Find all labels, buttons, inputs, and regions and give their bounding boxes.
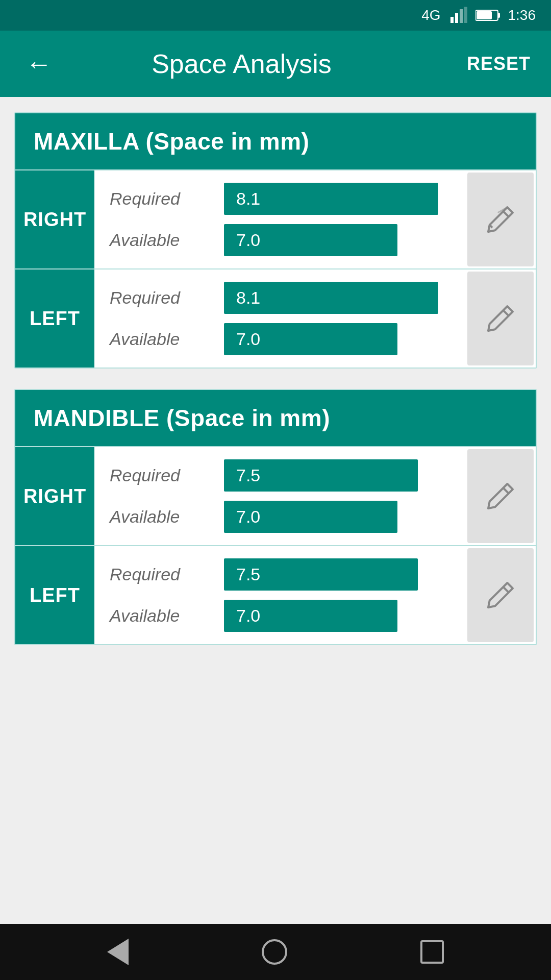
mandible-right-label: RIGHT — [15, 447, 94, 545]
mandible-header: MANDIBLE (Space in mm) — [15, 390, 536, 446]
mandible-left-available-line: Available 7.0 — [110, 600, 450, 632]
nav-recents-button[interactable] — [412, 932, 452, 972]
maxilla-right-required-value: 8.1 — [224, 183, 438, 215]
time-display: 1:36 — [508, 7, 536, 23]
maxilla-section: MAXILLA (Space in mm) RIGHT Required 8.1… — [14, 112, 537, 369]
mandible-left-label: LEFT — [15, 546, 94, 644]
mandible-right-edit-button[interactable] — [467, 449, 534, 543]
maxilla-left-row: LEFT Required 8.1 Available 7.0 — [15, 268, 536, 368]
maxilla-right-edit-button[interactable] — [467, 173, 534, 266]
maxilla-right-label: RIGHT — [15, 170, 94, 268]
nav-back-button[interactable] — [99, 930, 137, 973]
maxilla-right-available-line: Available 7.0 — [110, 224, 450, 256]
mandible-right-row: RIGHT Required 7.5 Available 7.0 — [15, 446, 536, 545]
mandible-left-values: Required 7.5 Available 7.0 — [94, 546, 465, 644]
svg-line-11 — [503, 488, 509, 494]
edit-icon — [484, 480, 517, 512]
maxilla-right-required-label: Required — [110, 189, 212, 209]
maxilla-left-label: LEFT — [15, 270, 94, 368]
main-content: MAXILLA (Space in mm) RIGHT Required 8.1… — [0, 97, 551, 924]
mandible-left-available-value: 7.0 — [224, 600, 397, 632]
svg-line-10 — [503, 310, 509, 316]
mandible-right-required-line: Required 7.5 — [110, 459, 450, 492]
svg-rect-6 — [477, 11, 492, 19]
maxilla-right-required-line: Required 8.1 — [110, 183, 450, 215]
mandible-right-available-value: 7.0 — [224, 501, 397, 533]
mandible-title: MANDIBLE (Space in mm) — [34, 405, 330, 431]
svg-rect-2 — [460, 9, 463, 23]
mandible-right-available-label: Available — [110, 507, 212, 527]
status-bar: 4G 1:36 — [0, 0, 551, 31]
bottom-nav — [0, 924, 551, 980]
maxilla-right-available-label: Available — [110, 230, 212, 250]
svg-line-12 — [503, 587, 509, 593]
maxilla-left-required-label: Required — [110, 288, 212, 308]
maxilla-left-available-label: Available — [110, 329, 212, 349]
svg-rect-5 — [498, 13, 500, 18]
maxilla-right-values: Required 8.1 Available 7.0 — [94, 170, 465, 268]
mandible-left-edit-button[interactable] — [467, 548, 534, 642]
mandible-right-required-value: 7.5 — [224, 459, 418, 492]
app-bar: ← Space Analysis RESET — [0, 31, 551, 97]
edit-icon — [484, 579, 517, 611]
mandible-left-required-value: 7.5 — [224, 558, 418, 591]
back-nav-icon — [107, 939, 129, 965]
recents-nav-icon — [420, 940, 444, 964]
mandible-left-required-line: Required 7.5 — [110, 558, 450, 591]
network-indicator: 4G — [421, 7, 440, 23]
maxilla-header: MAXILLA (Space in mm) — [15, 113, 536, 169]
nav-home-button[interactable] — [254, 931, 295, 973]
maxilla-left-required-line: Required 8.1 — [110, 282, 450, 314]
battery-icon — [475, 8, 500, 22]
svg-rect-0 — [450, 17, 454, 23]
maxilla-right-available-value: 7.0 — [224, 224, 397, 256]
svg-line-7 — [503, 211, 509, 217]
mandible-section: MANDIBLE (Space in mm) RIGHT Required 7.… — [14, 389, 537, 645]
mandible-left-row: LEFT Required 7.5 Available 7.0 — [15, 545, 536, 644]
mandible-right-values: Required 7.5 Available 7.0 — [94, 447, 465, 545]
back-button[interactable]: ← — [20, 45, 57, 82]
maxilla-left-available-value: 7.0 — [224, 323, 397, 355]
mandible-left-available-label: Available — [110, 606, 212, 626]
page-title: Space Analysis — [72, 48, 411, 79]
maxilla-left-edit-button[interactable] — [467, 272, 534, 365]
reset-button[interactable]: RESET — [467, 53, 531, 75]
maxilla-left-required-value: 8.1 — [224, 282, 438, 314]
home-nav-icon — [262, 939, 287, 965]
maxilla-left-values: Required 8.1 Available 7.0 — [94, 270, 465, 368]
edit-icon — [484, 203, 517, 236]
svg-rect-1 — [455, 13, 458, 23]
maxilla-left-available-line: Available 7.0 — [110, 323, 450, 355]
maxilla-right-row: RIGHT Required 8.1 Available 7.0 — [15, 169, 536, 268]
mandible-right-available-line: Available 7.0 — [110, 501, 450, 533]
signal-icon — [449, 6, 467, 24]
mandible-right-required-label: Required — [110, 465, 212, 485]
mandible-left-required-label: Required — [110, 565, 212, 584]
edit-icon — [484, 302, 517, 335]
svg-rect-3 — [464, 7, 467, 23]
maxilla-title: MAXILLA (Space in mm) — [34, 128, 309, 155]
